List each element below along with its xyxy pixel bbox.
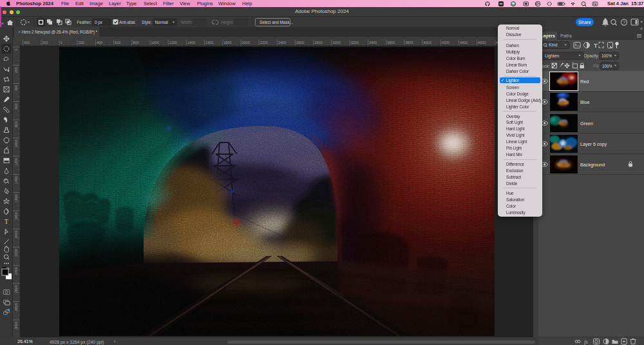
svg-text:2600: 2600 — [14, 285, 18, 293]
svg-text:4400: 4400 — [460, 41, 468, 44]
svg-text:4200: 4200 — [442, 41, 450, 44]
svg-text:1200: 1200 — [169, 41, 177, 44]
svg-text:1400: 1400 — [14, 176, 18, 184]
svg-text:T: T — [594, 42, 598, 49]
svg-text:Share: Share — [578, 19, 591, 25]
svg-text:400: 400 — [14, 85, 18, 91]
svg-text:200: 200 — [14, 67, 18, 73]
svg-text:2400: 2400 — [14, 267, 18, 275]
svg-text:200: 200 — [42, 41, 48, 44]
svg-text:Opacity:: Opacity: — [584, 54, 600, 59]
svg-text:Style:: Style: — [142, 20, 152, 25]
svg-text:?: ? — [623, 19, 625, 25]
svg-text:3800: 3800 — [405, 41, 413, 44]
svg-text:1000: 1000 — [14, 140, 18, 148]
svg-text:Feather:: Feather: — [77, 20, 92, 25]
svg-text:600: 600 — [14, 103, 18, 109]
svg-text:2600: 2600 — [296, 41, 304, 44]
svg-text:3200: 3200 — [351, 41, 359, 44]
svg-text:T: T — [5, 218, 8, 225]
svg-text:1800: 1800 — [223, 41, 231, 44]
svg-text:Normal: Normal — [155, 20, 168, 25]
svg-text:3400: 3400 — [369, 41, 377, 44]
svg-text:2000: 2000 — [242, 41, 250, 44]
svg-text:2200: 2200 — [14, 249, 18, 257]
svg-text:4000: 4000 — [424, 41, 431, 44]
svg-text:2000: 2000 — [14, 231, 18, 239]
svg-text:1400: 1400 — [187, 41, 195, 44]
svg-text:100%: 100% — [601, 54, 612, 58]
svg-text:Anti-alias: Anti-alias — [119, 20, 135, 25]
svg-text:2800: 2800 — [314, 41, 322, 44]
svg-text:800: 800 — [133, 41, 138, 44]
svg-text:200: 200 — [79, 41, 84, 44]
svg-text:400: 400 — [24, 41, 30, 44]
svg-text:2800: 2800 — [14, 303, 18, 311]
svg-text:Height:: Height: — [221, 20, 234, 25]
svg-text:4600: 4600 — [478, 41, 486, 44]
svg-text:1000: 1000 — [151, 41, 159, 44]
svg-text:3600: 3600 — [387, 41, 395, 44]
svg-text:2200: 2200 — [260, 41, 268, 44]
svg-text:Width:: Width: — [181, 20, 193, 25]
svg-text:2400: 2400 — [278, 41, 286, 44]
svg-text:0: 0 — [61, 41, 62, 44]
svg-text:0: 0 — [14, 49, 18, 51]
svg-text:Fill:: Fill: — [593, 64, 600, 68]
svg-text:800: 800 — [14, 121, 18, 127]
svg-text:1600: 1600 — [14, 194, 18, 202]
svg-text:600: 600 — [115, 41, 120, 44]
svg-text:Kind: Kind — [549, 43, 558, 47]
svg-text:400: 400 — [97, 41, 102, 44]
svg-text:3000: 3000 — [14, 322, 18, 330]
svg-text:0 px: 0 px — [95, 20, 103, 25]
svg-text:Lighten: Lighten — [545, 54, 560, 59]
svg-text:Select and Mask...: Select and Mask... — [260, 20, 293, 25]
svg-text:1800: 1800 — [14, 212, 18, 220]
svg-text:1200: 1200 — [14, 158, 18, 166]
svg-text:1600: 1600 — [205, 41, 213, 44]
svg-text:fx: fx — [584, 339, 588, 345]
svg-text:3000: 3000 — [333, 41, 341, 44]
svg-text:100%: 100% — [602, 64, 613, 68]
